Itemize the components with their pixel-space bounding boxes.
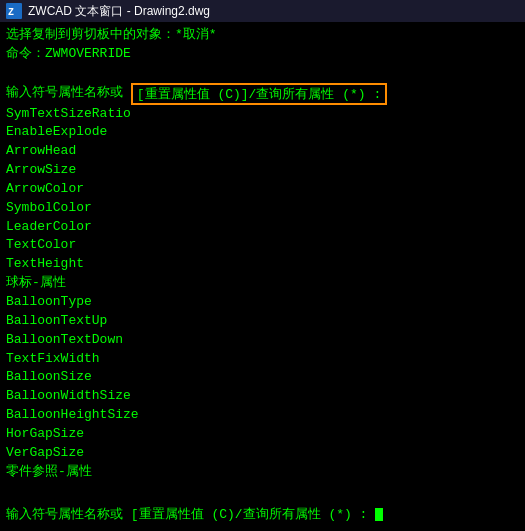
list-item: 零件参照-属性 [6,463,519,482]
list-item: ArrowColor [6,180,519,199]
highlighted-options: [重置属性值 (C)]/查询所有属性 (*) : [131,83,387,105]
list-item: SymbolColor [6,199,519,218]
list-item: SymTextSizeRatio [6,105,519,124]
property-list: SymTextSizeRatioEnableExplodeArrowHeadAr… [6,105,519,482]
list-item: TextColor [6,236,519,255]
app-icon: Z [6,3,22,19]
list-item: BalloonType [6,293,519,312]
bottom-prompt-line: 输入符号属性名称或 [重置属性值 (C)/查询所有属性 (*) : [6,506,519,525]
list-item: ArrowSize [6,161,519,180]
output-line-2: 命令：ZWMOVERRIDE [6,45,519,64]
list-item: VerGapSize [6,444,519,463]
output-line-3 [6,64,519,83]
list-item: ArrowHead [6,142,519,161]
output-line-1: 选择复制到剪切板中的对象：*取消* [6,26,519,45]
list-item: HorGapSize [6,425,519,444]
bottom-prompt-text: 输入符号属性名称或 [重置属性值 (C)/查询所有属性 (*) : [6,507,367,522]
list-item: BalloonSize [6,368,519,387]
list-item: BalloonHeightSize [6,406,519,425]
list-item: BalloonTextDown [6,331,519,350]
list-item: 球标-属性 [6,274,519,293]
list-item: LeaderColor [6,218,519,237]
list-item: TextFixWidth [6,350,519,369]
list-item: BalloonTextUp [6,312,519,331]
input-prompt-prefix: 输入符号属性名称或 [6,84,131,103]
input-prompt-line: 输入符号属性名称或 [重置属性值 (C)]/查询所有属性 (*) : [6,83,519,105]
list-item: BalloonWidthSize [6,387,519,406]
title-bar: Z ZWCAD 文本窗口 - Drawing2.dwg [0,0,525,22]
list-item: TextHeight [6,255,519,274]
list-item: EnableExplode [6,123,519,142]
window-title: ZWCAD 文本窗口 - Drawing2.dwg [28,3,210,20]
cursor [375,508,383,521]
svg-text:Z: Z [8,7,14,18]
main-area: 选择复制到剪切板中的对象：*取消* 命令：ZWMOVERRIDE 输入符号属性名… [0,22,525,531]
